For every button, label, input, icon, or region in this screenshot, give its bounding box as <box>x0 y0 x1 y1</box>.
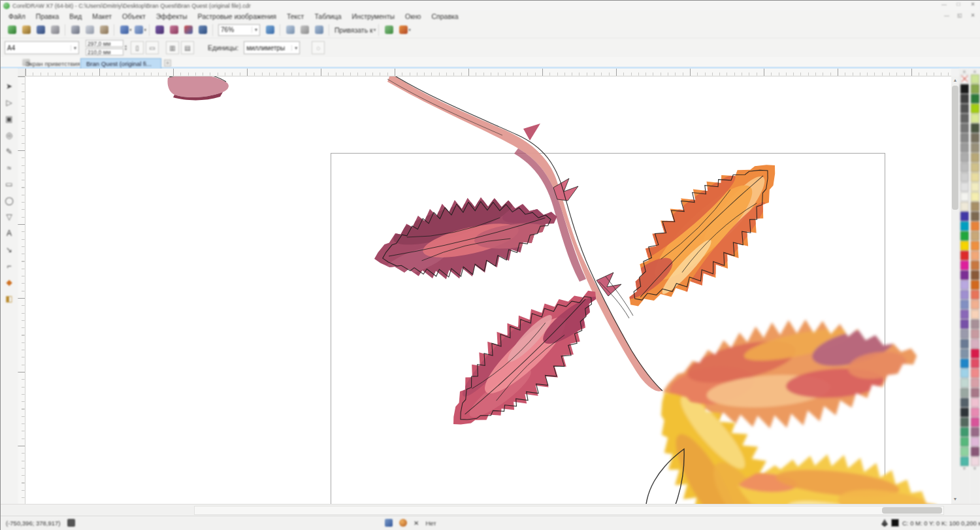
default-palette-swatch[interactable] <box>960 447 969 456</box>
full-screen-preview-button[interactable] <box>263 24 277 37</box>
color-eyedropper-tool[interactable]: ◆ <box>1 274 18 290</box>
document-palette-swatch[interactable] <box>971 271 979 280</box>
menu-объект[interactable]: Объект <box>117 12 151 21</box>
page-size-combo[interactable]: A4 ▾ <box>5 41 79 54</box>
document-palette-swatch[interactable] <box>971 369 979 378</box>
horizontal-scrollbar[interactable] <box>194 506 944 515</box>
connector-tool[interactable]: ⌐ <box>1 257 18 274</box>
default-palette-swatch[interactable] <box>960 75 969 84</box>
save-document-button[interactable] <box>33 24 48 37</box>
horizontal-ruler[interactable] <box>25 69 951 76</box>
default-palette-swatch[interactable] <box>960 427 969 437</box>
drawing-canvas[interactable] <box>25 76 951 504</box>
document-palette-swatch[interactable] <box>971 300 979 309</box>
document-palette-swatch[interactable] <box>971 94 979 103</box>
document-palette-swatch[interactable] <box>971 349 979 358</box>
copy-button[interactable] <box>82 24 97 37</box>
show-guidelines-button[interactable] <box>312 24 326 37</box>
leaves-artwork[interactable] <box>25 76 951 504</box>
document-palette-swatch[interactable] <box>971 251 979 260</box>
document-palette-swatch[interactable] <box>971 457 979 466</box>
default-palette-swatch[interactable] <box>960 418 969 427</box>
polygon-tool[interactable]: ▽ <box>1 208 18 225</box>
cut-button[interactable] <box>68 24 82 37</box>
treat-as-filled-button[interactable]: ◌ <box>312 41 325 54</box>
leaf-orange[interactable] <box>599 135 804 337</box>
ellipse-tool[interactable]: ◯ <box>1 192 18 208</box>
palette-scroll-down-icon[interactable]: ▾ <box>959 466 970 471</box>
menu-макет[interactable]: Макет <box>87 12 117 21</box>
document-palette-swatch[interactable] <box>971 231 979 240</box>
close-icon[interactable]: ✕ <box>968 1 977 7</box>
default-palette-swatch[interactable] <box>960 84 969 93</box>
default-palette-swatch[interactable] <box>960 143 969 152</box>
default-palette-swatch[interactable] <box>960 271 969 280</box>
menu-инструменты[interactable]: Инструменты <box>347 12 400 21</box>
open-document-button[interactable] <box>19 24 33 37</box>
doc-minimize-icon[interactable]: — <box>942 12 951 18</box>
document-palette-swatch[interactable] <box>971 427 979 437</box>
document-palette-swatch[interactable] <box>971 290 979 299</box>
document-palette-swatch[interactable] <box>971 408 979 417</box>
default-palette-swatch[interactable] <box>960 398 969 407</box>
dimension-tool[interactable]: ↘ <box>1 241 18 257</box>
palette-scroll-down-icon[interactable]: ▾ <box>970 466 980 471</box>
default-palette-swatch[interactable] <box>960 408 969 417</box>
document-palette-swatch[interactable] <box>971 447 979 456</box>
leaf-pink[interactable] <box>427 263 621 452</box>
menu-эффекты[interactable]: Эффекты <box>151 12 193 21</box>
default-palette-swatch[interactable] <box>960 94 969 103</box>
document-palette-swatch[interactable] <box>971 437 979 446</box>
maximize-icon[interactable]: □ <box>954 1 963 7</box>
document-palette-swatch[interactable] <box>971 339 979 348</box>
document-color-icon[interactable] <box>399 519 407 527</box>
document-palette-swatch[interactable] <box>971 212 979 221</box>
default-palette-swatch[interactable] <box>960 104 969 113</box>
default-palette-swatch[interactable] <box>960 359 969 368</box>
document-palette-swatch[interactable] <box>971 241 979 250</box>
document-palette-swatch[interactable] <box>971 320 979 329</box>
default-palette-swatch[interactable] <box>960 310 969 319</box>
document-palette-swatch[interactable] <box>971 163 979 172</box>
scroll-up-icon[interactable]: ▲ <box>951 78 959 82</box>
default-palette-swatch[interactable] <box>960 320 969 329</box>
import-button[interactable] <box>152 24 167 37</box>
palette-scroll-up-icon[interactable]: ▴ <box>970 69 980 74</box>
menu-правка[interactable]: Правка <box>31 12 64 21</box>
default-palette-swatch[interactable] <box>960 349 969 358</box>
default-palette-swatch[interactable] <box>960 124 969 133</box>
default-palette-swatch[interactable] <box>960 133 969 142</box>
menu-текст[interactable]: Текст <box>282 12 309 21</box>
default-palette-swatch[interactable] <box>960 300 969 309</box>
new-tab-button[interactable]: + <box>164 59 171 67</box>
document-palette-swatch[interactable] <box>971 114 979 123</box>
freehand-tool[interactable]: ✎ <box>1 143 18 159</box>
units-combo[interactable]: миллиметры ▾ <box>244 41 300 54</box>
export-button[interactable] <box>167 24 181 37</box>
document-palette-swatch[interactable] <box>971 133 979 142</box>
default-palette-swatch[interactable] <box>960 182 969 191</box>
document-palette-swatch[interactable] <box>971 310 979 319</box>
tab-welcome-screen[interactable]: Экран приветствия <box>20 58 80 69</box>
document-palette-swatch[interactable] <box>971 329 979 339</box>
document-palette-swatch[interactable] <box>971 153 979 162</box>
document-palette-swatch[interactable] <box>971 84 979 93</box>
vertical-ruler[interactable] <box>18 76 25 504</box>
default-palette-swatch[interactable] <box>960 212 969 221</box>
zoom-tool[interactable]: ◎ <box>1 127 18 143</box>
landscape-button[interactable]: ▭ <box>146 41 159 54</box>
palette-scroll-up-icon[interactable]: ▴ <box>959 69 970 74</box>
document-palette-swatch[interactable] <box>971 75 979 84</box>
document-info-icon[interactable] <box>67 519 75 527</box>
document-palette-swatch[interactable] <box>971 182 979 191</box>
leaf-maroon[interactable] <box>366 177 571 297</box>
default-palette-swatch[interactable] <box>960 163 969 172</box>
document-palette-swatch[interactable] <box>971 359 979 368</box>
default-palette-swatch[interactable] <box>960 280 969 290</box>
outline-color-swatch[interactable] <box>891 519 899 527</box>
doc-restore-icon[interactable]: ◱ <box>955 12 964 18</box>
color-proof-icon[interactable] <box>385 519 393 527</box>
default-palette-swatch[interactable] <box>960 153 969 162</box>
document-palette-swatch[interactable] <box>971 222 979 231</box>
title-bar[interactable]: CorelDRAW X7 (64-bit) - C:\Users\Dmitriy… <box>1 1 980 11</box>
